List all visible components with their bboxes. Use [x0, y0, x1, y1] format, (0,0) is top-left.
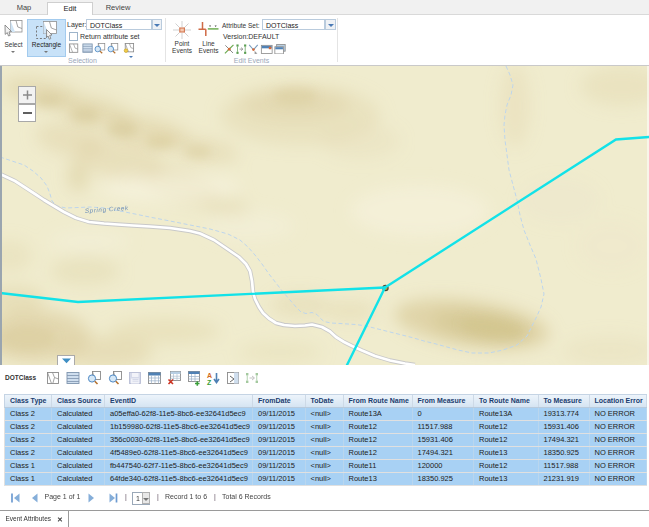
svg-text:Z: Z: [207, 379, 212, 386]
svg-text:A: A: [207, 372, 212, 379]
